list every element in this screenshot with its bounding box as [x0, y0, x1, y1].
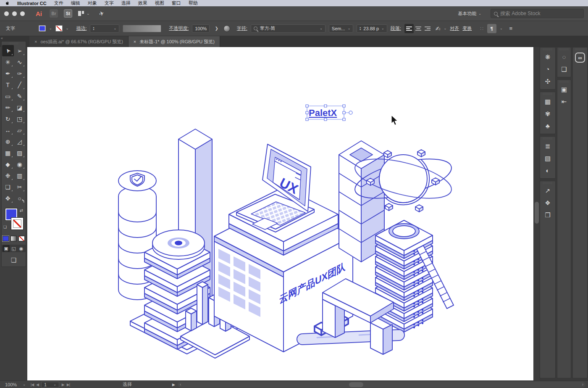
- creative-cloud-icon[interactable]: ∞: [575, 53, 585, 63]
- panel-toggle-icon[interactable]: ¶: [487, 24, 496, 33]
- stock-icon[interactable]: St: [64, 9, 72, 18]
- horizontal-scrollbar-thumb[interactable]: [349, 382, 363, 387]
- eyedropper-tool[interactable]: ◆: [2, 158, 14, 170]
- recolor-artwork-icon[interactable]: ✣: [540, 75, 555, 87]
- free-transform-tool[interactable]: ▱: [14, 124, 26, 136]
- perspective-grid-tool[interactable]: ◿: [14, 136, 26, 147]
- bridge-icon[interactable]: Br: [50, 9, 58, 18]
- prev-artboard-icon[interactable]: ◀: [36, 383, 39, 387]
- pathfinder-panel-icon[interactable]: ❑: [557, 63, 571, 75]
- menu-item[interactable]: 选择: [121, 0, 131, 6]
- chevron-down-icon[interactable]: ⌄: [500, 26, 503, 30]
- font-style-select[interactable]: Sem... ⌄: [329, 24, 354, 33]
- shape-builder-tool[interactable]: ⊕: [2, 136, 14, 147]
- fill-color-swatch[interactable]: [39, 25, 46, 32]
- default-fill-stroke-icon[interactable]: ❏: [3, 225, 7, 229]
- stroke-link[interactable]: 描边:: [76, 25, 87, 32]
- swatches-panel-icon[interactable]: ▦: [540, 95, 555, 108]
- artboards-panel-icon[interactable]: ❐: [540, 209, 555, 221]
- transform-panel-icon[interactable]: ▣: [557, 83, 571, 95]
- mesh-tool[interactable]: ▦: [2, 147, 14, 158]
- text-path-handle[interactable]: [349, 111, 352, 114]
- blend-tool[interactable]: ◉: [14, 158, 26, 170]
- close-window-button[interactable]: [4, 11, 9, 16]
- scroll-right-icon[interactable]: ›: [582, 382, 583, 387]
- share-icon[interactable]: ✈: [98, 9, 105, 17]
- gradient-button[interactable]: [10, 236, 17, 241]
- stock-search-input[interactable]: 搜索 Adobe Stock: [491, 9, 584, 18]
- zoom-window-button[interactable]: [20, 11, 25, 16]
- panel-grabber[interactable]: [573, 48, 587, 51]
- gradient-tool[interactable]: ▨: [14, 147, 26, 158]
- close-tab-icon[interactable]: ×: [134, 39, 136, 44]
- screen-mode-icon[interactable]: ❏: [2, 256, 26, 264]
- chevron-down-icon[interactable]: ⌄: [444, 26, 447, 30]
- opacity-link[interactable]: 不透明度:: [169, 25, 189, 32]
- symbol-sprayer-tool[interactable]: ❉: [2, 170, 14, 181]
- panel-grabber[interactable]: [540, 137, 555, 140]
- selection-tool[interactable]: ➤: [2, 45, 14, 56]
- stepper-icon[interactable]: ▴▾: [360, 26, 361, 31]
- apple-menu-icon[interactable]: [5, 1, 10, 5]
- stepper-icon[interactable]: ▴▾: [93, 26, 94, 31]
- draw-inside-mode[interactable]: ◉: [18, 245, 25, 252]
- panel-grabber[interactable]: [2, 42, 26, 45]
- brushes-panel-icon[interactable]: ✾: [540, 108, 555, 120]
- align-center-button[interactable]: [414, 24, 423, 33]
- stroke-color-swatch[interactable]: [55, 25, 63, 32]
- asset-export-panel-icon[interactable]: ↗: [540, 185, 555, 197]
- select-panel-icon[interactable]: ◌: [557, 51, 571, 63]
- document-tab[interactable]: × oes插画.ai* @ 66.67% (RGB/GPU 预览): [29, 36, 129, 47]
- align-right-button[interactable]: [423, 24, 432, 33]
- character-link[interactable]: 字符:: [237, 25, 247, 32]
- draw-behind-mode[interactable]: ◱: [10, 245, 17, 252]
- panel-grabber[interactable]: [540, 48, 555, 51]
- symbols-panel-icon[interactable]: ♣: [540, 120, 555, 132]
- artboard-tool[interactable]: ❏: [2, 181, 14, 193]
- swap-fill-stroke-icon[interactable]: ⇄: [20, 208, 23, 213]
- vertical-scrollbar[interactable]: [533, 47, 539, 380]
- lasso-tool[interactable]: ∿: [14, 56, 26, 68]
- first-artboard-icon[interactable]: |◀: [31, 383, 34, 387]
- gradient-panel-icon[interactable]: ▧: [540, 152, 555, 164]
- color-button[interactable]: [3, 236, 9, 241]
- document-tab-active[interactable]: × 未标题-1* @ 100% (RGB/GPU 预览): [129, 36, 220, 47]
- shaper-tool[interactable]: ✏: [2, 102, 14, 113]
- graphic-style-icon[interactable]: [223, 25, 230, 32]
- font-size-field[interactable]: ▴▾ 23.88 p ⌄: [357, 24, 387, 33]
- envelope-distort-icon[interactable]: ✍: [436, 25, 441, 32]
- paintbrush-tool[interactable]: ✎: [14, 90, 26, 102]
- artboard-number-select[interactable]: 1 ⌄: [41, 382, 59, 388]
- chevron-down-icon[interactable]: ⌄: [49, 26, 52, 30]
- layers-panel-icon[interactable]: ❖: [540, 197, 555, 209]
- stroke-weight-field[interactable]: ▴▾ ⌄: [90, 24, 119, 33]
- pen-tool[interactable]: ✒: [2, 68, 14, 79]
- none-button[interactable]: [18, 236, 25, 241]
- menu-item[interactable]: 编辑: [71, 0, 80, 6]
- menu-item[interactable]: 效果: [138, 0, 147, 6]
- line-segment-tool[interactable]: ╱: [14, 79, 26, 90]
- artboard-canvas[interactable]: 云网产品UX团队: [27, 47, 533, 380]
- menu-item[interactable]: 文件: [54, 0, 63, 6]
- menu-item[interactable]: 对象: [88, 0, 97, 6]
- collapse-tools-icon[interactable]: «: [1, 36, 3, 40]
- color-guide-panel-icon[interactable]: ◔: [540, 63, 555, 75]
- vertical-scrollbar-thumb[interactable]: [535, 202, 539, 224]
- curvature-tool[interactable]: ✑: [14, 68, 26, 79]
- panel-grabber[interactable]: [540, 181, 555, 185]
- stroke-panel-icon[interactable]: ≣: [540, 140, 555, 152]
- font-family-select[interactable]: 苹方-简 ⌄: [251, 24, 326, 33]
- selected-text-object[interactable]: PaletX: [306, 105, 352, 121]
- zoom-tool[interactable]: ○: [14, 193, 26, 204]
- type-tool[interactable]: T: [2, 79, 14, 90]
- transform-link[interactable]: 变换: [462, 25, 472, 32]
- scale-tool[interactable]: ◳: [14, 113, 26, 124]
- direct-selection-tool[interactable]: ➢: [14, 45, 26, 56]
- rotate-tool[interactable]: ↻: [2, 113, 14, 124]
- close-tab-icon[interactable]: ×: [34, 39, 37, 44]
- eraser-tool[interactable]: ◪: [14, 102, 26, 113]
- transparency-panel-icon[interactable]: ◐: [540, 164, 555, 177]
- control-bar-menu-icon[interactable]: ≡: [509, 25, 513, 32]
- align-link[interactable]: 对齐: [450, 25, 459, 32]
- opacity-expand-button[interactable]: ❯: [213, 26, 220, 31]
